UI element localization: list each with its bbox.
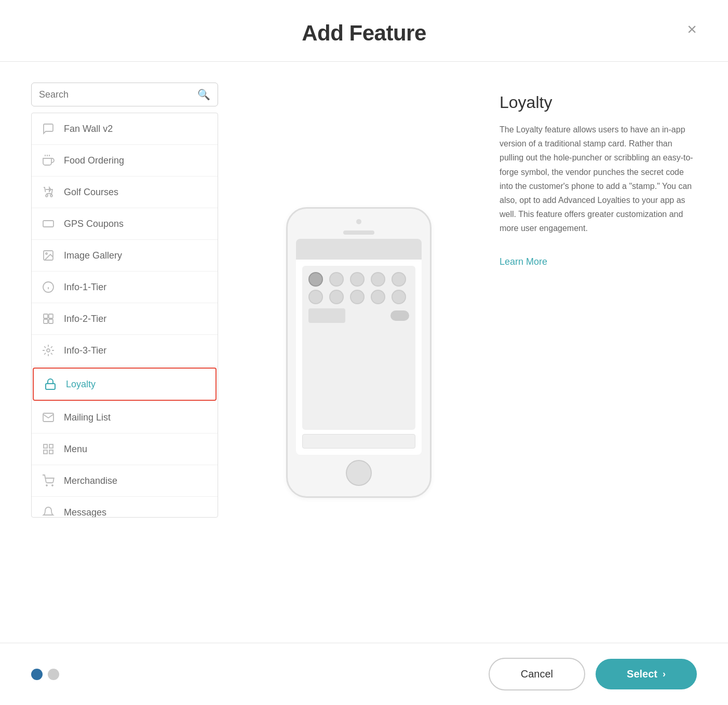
feature-label: Info-2-Tier <box>64 314 106 324</box>
svg-point-18 <box>46 485 47 486</box>
list-item[interactable]: Info-3-Tier <box>32 335 218 367</box>
feature-label: Info-1-Tier <box>64 282 106 293</box>
feature-label: Menu <box>64 444 87 455</box>
stamp <box>392 272 406 287</box>
svg-rect-8 <box>44 314 48 318</box>
phone-btn <box>308 308 345 323</box>
phone-speaker <box>343 231 374 235</box>
phone-home-button <box>346 460 372 486</box>
list-item[interactable]: Info-2-Tier <box>32 303 218 335</box>
phone-screen-content <box>296 260 422 455</box>
list-item[interactable]: GPS Coupons <box>32 208 218 240</box>
svg-point-1 <box>50 195 52 197</box>
modal-body: 🔍 Fan Wall v2 <box>0 62 728 643</box>
cart-icon <box>41 473 56 488</box>
phone-input <box>302 434 415 449</box>
list-item[interactable]: Image Gallery <box>32 240 218 272</box>
chat-icon <box>41 121 56 136</box>
svg-rect-10 <box>44 319 48 323</box>
pagination <box>31 669 59 680</box>
modal-title: Add Feature <box>302 21 426 46</box>
list-item[interactable]: Fan Wall v2 <box>32 113 218 145</box>
list-item[interactable]: Menu <box>32 433 218 465</box>
feature-label: Golf Courses <box>64 187 118 198</box>
svg-rect-9 <box>49 314 53 318</box>
center-panel <box>239 83 479 622</box>
search-input[interactable] <box>39 89 197 100</box>
svg-rect-13 <box>46 384 55 389</box>
list-item[interactable]: Mailing List <box>32 402 218 433</box>
feature-label: Merchandise <box>64 476 117 486</box>
list-item[interactable]: Info-1-Tier <box>32 272 218 303</box>
info2-icon <box>41 311 56 326</box>
stamp <box>308 290 323 304</box>
info1-icon <box>41 280 56 294</box>
svg-point-0 <box>46 195 48 197</box>
search-icon: 🔍 <box>197 88 210 101</box>
feature-label: Loyalty <box>66 379 96 390</box>
left-panel: 🔍 Fan Wall v2 <box>31 83 218 622</box>
feature-label: Info-3-Tier <box>64 345 106 356</box>
search-box: 🔍 <box>31 83 218 106</box>
cancel-button[interactable]: Cancel <box>489 658 585 690</box>
golf-icon <box>41 185 56 199</box>
list-item-loyalty[interactable]: Loyalty <box>33 368 217 401</box>
lock-icon <box>43 377 58 391</box>
pagination-dot-inactive <box>48 669 59 680</box>
list-item[interactable]: Merchandise <box>32 465 218 497</box>
menu-icon <box>41 442 56 456</box>
footer-buttons: Cancel Select › <box>489 658 697 690</box>
feature-list: Fan Wall v2 Food Ordering <box>31 113 218 518</box>
feature-label: Messages <box>64 507 106 518</box>
learn-more-link[interactable]: Learn More <box>500 256 697 267</box>
svg-point-19 <box>52 485 53 486</box>
feature-label: Fan Wall v2 <box>64 124 113 134</box>
detail-description: The Loyalty feature allows users to have… <box>500 123 697 236</box>
stamp <box>308 272 323 287</box>
modal-container: Add Feature × 🔍 Fan Wall v2 <box>0 0 728 705</box>
stamp-grid-row2 <box>308 290 409 304</box>
phone-action-row <box>308 308 409 323</box>
image-icon <box>41 248 56 263</box>
phone-mockup <box>286 207 432 498</box>
stamp <box>371 290 385 304</box>
stamp <box>371 272 385 287</box>
feature-label: Mailing List <box>64 412 111 423</box>
feature-label: Image Gallery <box>64 250 122 261</box>
mail-icon <box>41 410 56 425</box>
list-item[interactable]: Golf Courses <box>32 177 218 208</box>
stamp-card <box>302 266 415 430</box>
right-panel: Loyalty The Loyalty feature allows users… <box>500 83 697 622</box>
stamp <box>329 290 344 304</box>
modal-footer: Cancel Select › <box>0 643 728 705</box>
info3-icon <box>41 343 56 358</box>
svg-point-4 <box>46 253 47 254</box>
stamp <box>392 290 406 304</box>
svg-rect-17 <box>49 450 53 454</box>
stamp <box>329 272 344 287</box>
phone-screen <box>296 239 422 455</box>
select-arrow-icon: › <box>663 669 666 680</box>
stamp <box>350 272 365 287</box>
select-button[interactable]: Select › <box>596 659 697 689</box>
list-item[interactable]: Messages <box>32 497 218 518</box>
feature-label: Food Ordering <box>64 155 124 166</box>
svg-rect-14 <box>44 444 47 448</box>
select-label: Select <box>627 668 657 680</box>
list-item[interactable]: Food Ordering <box>32 145 218 177</box>
phone-camera <box>356 219 361 224</box>
coupon-icon <box>41 216 56 231</box>
feature-label: GPS Coupons <box>64 219 124 229</box>
detail-title: Loyalty <box>500 93 697 112</box>
svg-rect-16 <box>44 450 47 454</box>
close-button[interactable]: × <box>687 21 697 37</box>
phone-toggle <box>390 310 409 321</box>
pagination-dot-active <box>31 669 43 680</box>
modal-header: Add Feature × <box>0 0 728 62</box>
food-icon <box>41 153 56 168</box>
svg-rect-15 <box>49 444 53 448</box>
phone-header-bar <box>296 239 422 260</box>
svg-point-12 <box>47 349 50 352</box>
stamp <box>350 290 365 304</box>
stamp-grid-row1 <box>308 272 409 287</box>
